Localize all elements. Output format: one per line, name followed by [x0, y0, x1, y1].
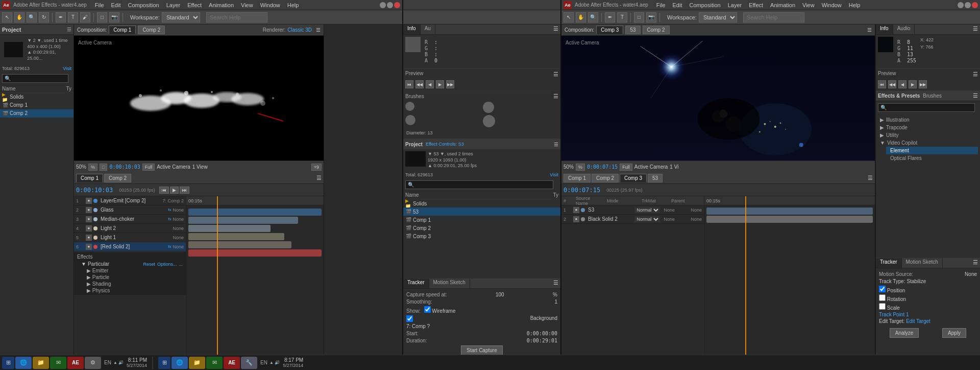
- preview-menu-right[interactable]: ☰: [973, 71, 978, 78]
- comp-tab-comp2-right[interactable]: Comp 2: [643, 26, 670, 34]
- ep-search[interactable]: [878, 103, 975, 112]
- layer-mode-2-right[interactable]: Normal: [634, 216, 660, 222]
- layer-row-3-left[interactable]: 3 ● Median-choker fx None: [74, 215, 186, 224]
- tl-menu-right[interactable]: ☰: [868, 175, 873, 181]
- zoom-btn-right[interactable]: %: [576, 164, 585, 171]
- eye-2-left[interactable]: ●: [86, 207, 92, 213]
- comp-viewer-menu-right[interactable]: ☰: [867, 27, 872, 33]
- tracker-menu[interactable]: ☰: [551, 279, 560, 288]
- prev-btn-prev-right[interactable]: ◀◀: [888, 80, 896, 88]
- tool-camera[interactable]: 📷: [109, 12, 119, 22]
- tree-comp2-2[interactable]: 🎬 Comp 2: [403, 224, 560, 232]
- menu-layer-left[interactable]: Layer: [163, 1, 184, 9]
- tool-text-r[interactable]: T: [617, 12, 627, 22]
- menu-edit-right[interactable]: Edit: [670, 1, 685, 9]
- tree-53[interactable]: 🎬 53: [403, 207, 560, 216]
- tool-shape-r[interactable]: □: [634, 12, 644, 22]
- ep-element-item[interactable]: Element: [886, 147, 978, 154]
- particular-item-left[interactable]: ▼ Particular Reset Options... ...: [80, 261, 184, 267]
- minimize-left[interactable]: [380, 2, 386, 8]
- options-btn-left[interactable]: Options...: [157, 262, 177, 267]
- ep-trapcode[interactable]: ▶ Trapcode: [878, 124, 978, 131]
- physics-item-left[interactable]: ▶ Physics: [86, 287, 184, 294]
- prev-btn-play[interactable]: ▶: [436, 80, 444, 88]
- eye-4-left[interactable]: ●: [86, 225, 92, 232]
- tool-select-r[interactable]: ↖: [564, 12, 574, 22]
- taskbar-start-left[interactable]: ⊞: [2, 357, 14, 369]
- taskbar-ae-right[interactable]: AE: [224, 357, 240, 369]
- tr-edit-target-link[interactable]: Edit Target: [906, 318, 930, 324]
- camera-select-left[interactable]: Active Camera: [157, 164, 190, 170]
- menu-file-right[interactable]: File: [653, 1, 669, 9]
- info-tab-audio-right[interactable]: Audio: [893, 25, 915, 34]
- taskbar-start-right[interactable]: ⊞: [158, 357, 170, 369]
- project-menu-left[interactable]: ☰: [67, 27, 71, 32]
- brush-1[interactable]: [405, 102, 414, 111]
- tool-zoom[interactable]: 🔍: [27, 12, 37, 22]
- workspace-select-left[interactable]: Standard: [162, 12, 200, 22]
- menu-animation-right[interactable]: Animation: [767, 1, 798, 9]
- menu-composition-right[interactable]: Composition: [687, 1, 724, 9]
- view-select-right[interactable]: 1 Vi: [670, 164, 678, 170]
- tl-menu-left[interactable]: ☰: [316, 175, 322, 181]
- taskbar-extra-right[interactable]: 🔧: [241, 357, 257, 369]
- taskbar-browser-left[interactable]: 🌐: [15, 357, 32, 369]
- eye-6-left[interactable]: ●: [86, 244, 92, 250]
- ep-optical-flares-item[interactable]: Optical Flares: [886, 154, 978, 162]
- ep-menu[interactable]: ☰: [973, 92, 978, 99]
- tr-apply-btn[interactable]: Apply: [942, 328, 966, 338]
- tr-position-cb[interactable]: [879, 286, 886, 292]
- tree-comp3-2[interactable]: 🎬 Comp 3: [403, 232, 560, 240]
- info-menu-right[interactable]: ☰: [971, 25, 980, 34]
- maximize-right[interactable]: [965, 2, 971, 8]
- prev-btn-back-right[interactable]: ◀: [898, 80, 906, 88]
- layer-row-5-left[interactable]: 5 ● Light 1 None: [74, 233, 186, 242]
- preview-controls-mid[interactable]: ⏮ ◀◀ ◀ ▶ ▶▶: [405, 80, 558, 88]
- view-select-left[interactable]: 1 View: [192, 164, 208, 170]
- menu-help-right[interactable]: Help: [846, 1, 864, 9]
- layer-row-1-right[interactable]: 1 ● S3 Normal None None: [561, 205, 704, 215]
- prev-btn-fwd[interactable]: ▶▶: [446, 80, 454, 88]
- menu-help-left[interactable]: Help: [284, 1, 302, 9]
- tl-tab-comp2-right[interactable]: Comp 2: [592, 174, 619, 182]
- preview-controls-right[interactable]: ⏮ ◀◀ ◀ ▶ ▶▶: [878, 80, 978, 88]
- comp-tab-comp2-left[interactable]: Comp 2: [138, 26, 165, 34]
- tl-tab-comp1-left[interactable]: Comp 1: [76, 174, 103, 182]
- eye-3-left[interactable]: ●: [86, 216, 92, 222]
- tool-pen-r[interactable]: ✒: [605, 12, 615, 22]
- taskbar-mail-left[interactable]: ✉: [50, 357, 66, 369]
- wireframe-checkbox[interactable]: [424, 306, 431, 313]
- brush-3[interactable]: [405, 115, 415, 125]
- prev-btn-play-right[interactable]: ▶: [909, 80, 917, 88]
- tl-tab-comp3-right[interactable]: Comp 3: [620, 174, 647, 182]
- wireframe-check-label[interactable]: Wireframe: [424, 308, 456, 314]
- tl-tab-53-right[interactable]: 53: [648, 174, 663, 182]
- tree-comp2-left[interactable]: 🎬 Comp 2: [0, 109, 74, 118]
- tree-comp1-2[interactable]: 🎬 Comp 1: [403, 216, 560, 224]
- info-tab-info-right[interactable]: Info: [876, 25, 893, 34]
- tl-ctrl-3-left[interactable]: ⏭: [180, 187, 189, 194]
- tl-ctrl-1-left[interactable]: ⏮: [159, 187, 169, 194]
- prev-btn-start[interactable]: ⏮: [405, 80, 413, 88]
- resolution-btn-left[interactable]: □: [100, 164, 107, 171]
- full-btn-right[interactable]: Full: [620, 164, 632, 171]
- ep-illustration[interactable]: ▶ Illustration: [878, 116, 978, 124]
- close-right[interactable]: [972, 2, 978, 8]
- taskbar-extra-left[interactable]: ⚙: [85, 357, 101, 369]
- menu-view-right[interactable]: View: [799, 1, 818, 9]
- menu-layer-right[interactable]: Layer: [725, 1, 745, 9]
- tool-brush[interactable]: 🖌: [80, 12, 90, 22]
- menu-file-left[interactable]: File: [92, 1, 107, 9]
- ep-video-copilot[interactable]: ▼ Video Copilot: [878, 139, 978, 147]
- tree-solids-left[interactable]: ▶ 📁 Solids: [0, 93, 74, 101]
- info-panel-menu[interactable]: ☰: [551, 25, 560, 34]
- emitter-item-left[interactable]: ▶ Emitter: [86, 267, 184, 274]
- tl-tab-comp1-right[interactable]: Comp 1: [564, 174, 591, 182]
- tool-text[interactable]: T: [68, 12, 78, 22]
- comp-viewer-menu-left[interactable]: ☰: [316, 27, 321, 33]
- menu-window-right[interactable]: Window: [819, 1, 845, 9]
- project-search-left[interactable]: [2, 74, 68, 83]
- background-checkbox[interactable]: [406, 315, 413, 322]
- layer-row-6-left[interactable]: 6 ● [Red Solid 2] fx None: [74, 242, 186, 251]
- tool-pen[interactable]: ✒: [56, 12, 66, 22]
